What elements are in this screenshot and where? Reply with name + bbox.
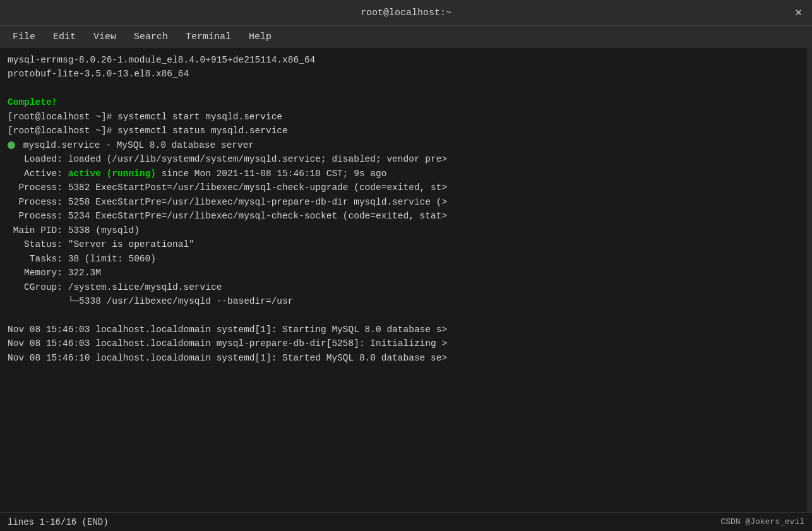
active-label: Active: bbox=[8, 169, 68, 179]
output-line-cmd2: [root@localhost ~]# systemctl status mys… bbox=[8, 124, 804, 138]
output-line-log1: Nov 08 15:46:03 localhost.localdomain sy… bbox=[8, 323, 804, 337]
close-button[interactable]: ✕ bbox=[795, 7, 802, 18]
status-attribution: CSDN @Jokers_evil bbox=[720, 517, 804, 527]
status-dot-green bbox=[8, 141, 15, 149]
service-name: mysqld.service - MySQL 8.0 database serv… bbox=[23, 140, 254, 150]
status-position: lines 1-16/16 (END) bbox=[8, 517, 109, 527]
menu-help[interactable]: Help bbox=[241, 29, 279, 45]
scrollbar[interactable] bbox=[807, 48, 812, 512]
status-bar: lines 1-16/16 (END) CSDN @Jokers_evil bbox=[0, 512, 812, 531]
output-line-service-header: mysqld.service - MySQL 8.0 database serv… bbox=[8, 138, 804, 152]
menu-file[interactable]: File bbox=[5, 29, 43, 45]
title-bar: root@localhost:~ ✕ bbox=[0, 0, 812, 25]
menu-bar: File Edit View Search Terminal Help bbox=[0, 25, 812, 48]
output-line-active: Active: active (running) since Mon 2021-… bbox=[8, 167, 804, 181]
output-line-2: protobuf-lite-3.5.0-13.el8.x86_64 bbox=[8, 67, 804, 81]
output-line-log2: Nov 08 15:46:03 localhost.localdomain my… bbox=[8, 337, 804, 350]
output-line-complete: Complete! bbox=[8, 95, 804, 109]
output-line-process2: Process: 5258 ExecStartPre=/usr/libexec/… bbox=[8, 195, 804, 209]
menu-terminal[interactable]: Terminal bbox=[178, 29, 239, 45]
output-line-blank-2 bbox=[8, 308, 804, 322]
output-line-cgroup-child: └─5338 /usr/libexec/mysqld --basedir=/us… bbox=[8, 294, 804, 308]
output-line-memory: Memory: 322.3M bbox=[8, 266, 804, 280]
output-line-process3: Process: 5234 ExecStartPre=/usr/libexec/… bbox=[8, 209, 804, 223]
menu-search[interactable]: Search bbox=[126, 29, 176, 45]
output-line-cgroup: CGroup: /system.slice/mysqld.service bbox=[8, 280, 804, 294]
output-line-cmd1: [root@localhost ~]# systemctl start mysq… bbox=[8, 110, 804, 124]
active-since: since Mon 2021-11-08 15:46:10 CST; 9s ag… bbox=[156, 169, 386, 179]
window-title: root@localhost:~ bbox=[361, 8, 451, 18]
output-line-log3: Nov 08 15:46:10 localhost.localdomain sy… bbox=[8, 351, 804, 365]
menu-view[interactable]: View bbox=[86, 29, 124, 45]
output-line-loaded: Loaded: loaded (/usr/lib/systemd/system/… bbox=[8, 152, 804, 166]
output-line-mainpid: Main PID: 5338 (mysqld) bbox=[8, 224, 804, 237]
output-line-tasks: Tasks: 38 (limit: 5060) bbox=[8, 252, 804, 266]
terminal-window: root@localhost:~ ✕ File Edit View Search… bbox=[0, 0, 812, 531]
output-line-1: mysql-errmsg-8.0.26-1.module_el8.4.0+915… bbox=[8, 53, 804, 67]
output-line-status: Status: "Server is operational" bbox=[8, 237, 804, 251]
menu-edit[interactable]: Edit bbox=[45, 29, 83, 45]
active-status: active (running) bbox=[68, 169, 156, 179]
output-line-blank-1 bbox=[8, 81, 804, 95]
terminal-output[interactable]: mysql-errmsg-8.0.26-1.module_el8.4.0+915… bbox=[0, 48, 812, 512]
output-line-process1: Process: 5382 ExecStartPost=/usr/libexec… bbox=[8, 181, 804, 194]
